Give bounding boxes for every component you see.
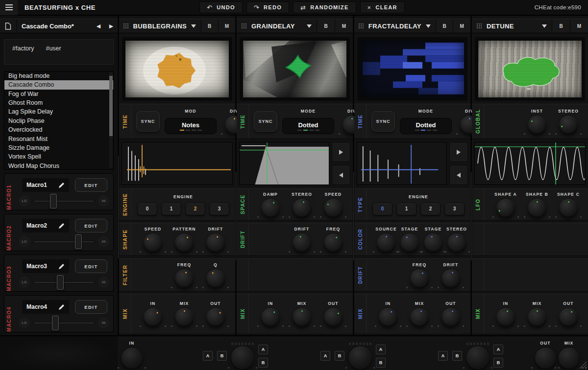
macro4-lo-button[interactable]: LO	[19, 318, 29, 328]
preset-item[interactable]: Fog of War	[4, 90, 113, 98]
engine-button-1[interactable]: 1	[396, 203, 416, 215]
bypass-button[interactable]: B	[552, 19, 570, 33]
pencil-icon[interactable]	[58, 263, 65, 270]
preset-item[interactable]: Sizzle Damage	[4, 143, 113, 152]
macro3-slider-thumb[interactable]	[57, 275, 64, 290]
in-knob[interactable]	[144, 308, 162, 327]
macro1-edit-button[interactable]: EDIT	[75, 178, 107, 192]
preset-item[interactable]: Lag Spike Delay	[4, 107, 113, 116]
macro3-lo-button[interactable]: LO	[19, 277, 29, 287]
chevron-down-icon[interactable]	[302, 19, 317, 33]
randomize-button[interactable]: ⇄ RANDOMIZE	[293, 1, 356, 13]
global-in-knob[interactable]	[122, 348, 142, 369]
mix-knob[interactable]	[293, 308, 311, 327]
preset-item-selected[interactable]: Cascade Combo	[4, 80, 113, 89]
damp-knob[interactable]	[261, 199, 280, 218]
mix-knob[interactable]	[528, 308, 546, 327]
crossfader-b-button[interactable]: B	[452, 351, 462, 361]
preset-item[interactable]: Noclip Phase	[4, 116, 113, 125]
in-knob[interactable]	[261, 308, 280, 327]
macro1-slider[interactable]	[33, 200, 95, 202]
macro2-name-field[interactable]: Macro2	[22, 219, 69, 232]
in-knob[interactable]	[379, 308, 397, 327]
engine-button-1[interactable]: 1	[161, 203, 181, 215]
tag-user[interactable]: #user	[46, 45, 61, 64]
crossfader-knob[interactable]	[231, 347, 254, 369]
mute-button[interactable]: M	[453, 19, 470, 33]
out-knob[interactable]	[441, 308, 460, 327]
drag-handle-icon[interactable]	[354, 19, 368, 33]
bypass-button[interactable]: B	[436, 19, 453, 33]
speed-knob[interactable]	[324, 199, 343, 218]
macro4-name-field[interactable]: Macro4	[22, 300, 69, 314]
preset-item[interactable]: Overclocked	[4, 125, 113, 134]
pattern-knob[interactable]	[175, 234, 194, 253]
prev-preset-button[interactable]: ◀	[92, 19, 105, 33]
preset-item[interactable]: Vortex Spell	[4, 152, 113, 161]
pencil-icon[interactable]	[58, 182, 65, 188]
preset-item[interactable]: World Map Chorus	[4, 162, 113, 170]
macro2-lo-button[interactable]: LO	[19, 236, 29, 247]
mode-dropdown[interactable]: Dotted	[400, 118, 452, 134]
macro1-lo-button[interactable]: LO	[19, 196, 29, 206]
inst-knob[interactable]	[528, 116, 546, 135]
drift-knob[interactable]	[293, 234, 311, 253]
macro2-slider[interactable]	[33, 241, 95, 243]
sync-button[interactable]: SYNC	[254, 111, 277, 132]
pencil-icon[interactable]	[58, 223, 65, 229]
engine-button-0[interactable]: 0	[137, 203, 157, 215]
stereo-knob[interactable]	[447, 234, 466, 253]
crossfader-b-button[interactable]: B	[335, 351, 344, 361]
route-a-button[interactable]: A	[493, 345, 503, 354]
macro3-edit-button[interactable]: EDIT	[75, 259, 107, 273]
prev-page-button[interactable]	[332, 165, 350, 185]
out-knob[interactable]	[324, 308, 343, 327]
scrollbar-thumb[interactable]	[109, 76, 113, 136]
next-page-button[interactable]	[332, 142, 350, 162]
out-knob[interactable]	[559, 308, 578, 327]
resize-handle[interactable]	[579, 361, 587, 369]
engine-button-2[interactable]: 2	[420, 203, 441, 215]
prev-page-button[interactable]	[449, 165, 468, 185]
source-knob[interactable]	[377, 234, 395, 253]
engine-button-3[interactable]: 3	[209, 203, 229, 215]
speed-knob[interactable]	[144, 234, 162, 253]
route-b-button[interactable]: B	[258, 358, 268, 368]
engine-button-0-active[interactable]: 0	[372, 203, 392, 215]
shape-b-knob[interactable]	[528, 199, 546, 218]
global-out-knob[interactable]	[535, 348, 556, 369]
chevron-down-icon[interactable]	[537, 19, 552, 33]
stage-knob-2[interactable]	[424, 234, 442, 253]
crossfader-a-button[interactable]: A	[203, 351, 213, 361]
in-knob[interactable]	[496, 308, 515, 327]
next-preset-button[interactable]: ▶	[105, 19, 118, 33]
undo-button[interactable]: ↶ UNDO	[199, 1, 243, 13]
crossfader-knob[interactable]	[466, 347, 489, 369]
drag-handle-icon[interactable]	[237, 19, 251, 33]
crossfader-b-button[interactable]: B	[217, 351, 227, 361]
engine-button-3[interactable]: 3	[444, 203, 465, 215]
menu-icon[interactable]	[0, 0, 18, 15]
mix-knob[interactable]	[410, 308, 429, 327]
mod-dropdown[interactable]: Notes	[165, 118, 217, 134]
drag-handle-icon[interactable]	[119, 19, 133, 33]
macro3-hi-button[interactable]: HI	[98, 277, 109, 287]
shape-c-knob[interactable]	[559, 199, 578, 218]
preset-scrollbar[interactable]	[109, 72, 113, 168]
fractal-spike-display[interactable]	[357, 142, 447, 185]
global-mix-knob[interactable]	[559, 348, 579, 369]
macro2-hi-button[interactable]: HI	[98, 236, 109, 247]
macro1-slider-thumb[interactable]	[50, 194, 57, 208]
macro2-slider-thumb[interactable]	[75, 234, 82, 249]
macro4-hi-button[interactable]: HI	[98, 318, 109, 328]
freq-knob[interactable]	[410, 270, 429, 288]
route-a-button[interactable]: A	[376, 345, 386, 354]
macro4-slider-thumb[interactable]	[52, 316, 59, 330]
shape-a-knob[interactable]	[496, 199, 515, 218]
stereo-knob[interactable]	[293, 199, 311, 218]
route-b-button[interactable]: B	[493, 358, 503, 368]
envelope-display[interactable]	[239, 142, 329, 185]
freq-knob[interactable]	[175, 270, 194, 288]
stage-knob[interactable]	[400, 234, 419, 253]
mode-dropdown[interactable]: Dotted	[282, 118, 334, 134]
